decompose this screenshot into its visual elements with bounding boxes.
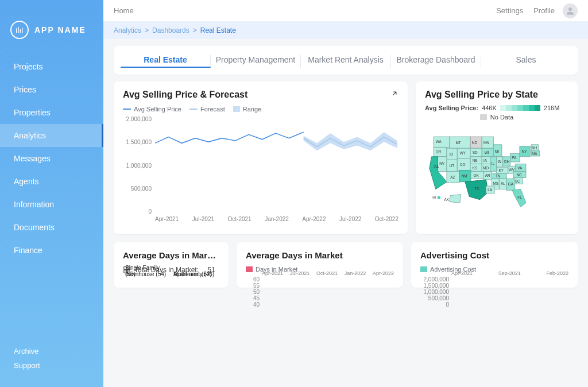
sidebar: APP NAME Projects Prices Properties Anal… [0,0,103,387]
sidebar-footer-archive[interactable]: Archive [14,347,90,355]
breadcrumb-level2[interactable]: Dashboards [152,26,189,34]
svg-text:IA: IA [483,158,488,162]
card-title: Average Days in Marke… [123,250,219,260]
tab-brokerage[interactable]: Brokerage Dashboard [391,55,481,68]
app-logo: APP NAME [0,0,103,55]
svg-text:LA: LA [488,188,493,192]
card-title: Average Days in Market [246,250,394,260]
sidebar-footer-support[interactable]: Support [14,361,90,370]
svg-text:MO: MO [483,166,489,170]
svg-text:OR: OR [436,150,442,154]
svg-text:AL: AL [501,181,505,185]
svg-text:WA: WA [436,140,442,144]
adv-chart: 2,000,0001,500,0001,000,000500,0000 Apr-… [420,276,568,280]
svg-text:TN: TN [496,174,501,178]
svg-text:MN: MN [483,141,489,145]
svg-text:GA: GA [508,182,514,186]
card-title: Avg Selling Price by State [425,90,568,100]
svg-text:KY: KY [499,168,504,172]
svg-text:SC: SC [515,179,520,183]
forecast-chart: 2,000,0001,500,0001,000,000500,0000 Apr-… [123,116,399,226]
svg-text:MT: MT [456,141,461,145]
svg-text:UT: UT [450,164,455,168]
svg-text:VA: VA [518,166,523,170]
sidebar-item-information[interactable]: Information [0,193,103,216]
svg-text:OH: OH [504,160,510,164]
sidebar-item-documents[interactable]: Documents [0,216,103,239]
sidebar-item-finance[interactable]: Finance [0,239,103,262]
svg-text:WY: WY [460,151,466,155]
svg-marker-87 [450,195,461,203]
tab-property-mgmt[interactable]: Property Management [211,55,301,68]
svg-text:NM: NM [462,174,467,178]
tab-real-estate[interactable]: Real Estate [121,55,211,68]
sidebar-item-messages[interactable]: Messages [0,147,103,170]
svg-text:CO: CO [460,162,466,167]
svg-text:PA: PA [512,156,517,160]
breadcrumb-sep: > [145,26,149,34]
card-days: Average Days in Market Days in Market 60… [237,242,403,288]
svg-text:HI: HI [433,195,437,199]
svg-text:FL: FL [518,195,523,199]
svg-text:NC: NC [517,173,523,177]
breadcrumb-sep: > [193,26,197,34]
sidebar-item-projects[interactable]: Projects [0,55,103,78]
svg-text:TX: TX [475,187,480,191]
svg-text:ID: ID [450,152,454,156]
svg-text:NV: NV [439,161,445,165]
sidebar-item-agents[interactable]: Agents [0,170,103,193]
svg-point-85 [438,196,440,199]
card-map: Avg Selling Price by State Avg Selling P… [416,82,578,234]
main: Home Settings Profile Analytics > Dashbo… [103,0,588,387]
breadcrumb-current: Real Estate [200,26,236,34]
card-advertising: Advertising Cost Advertising Cost 2,000,… [411,242,578,288]
expand-icon[interactable] [390,90,399,100]
map-nodata: No Data [425,114,568,121]
topbar-profile[interactable]: Profile [533,6,555,15]
card-title: Avg Selling Price & Forecast [123,90,399,100]
sidebar-item-analytics[interactable]: Analytics [0,124,103,147]
legend-range: Range [233,106,261,113]
svg-text:MI: MI [495,149,499,153]
tab-sales[interactable]: Sales [481,55,571,68]
card-treemap: Average Days in Marke… Total Days in Mar… [114,242,229,288]
topbar-settings[interactable]: Settings [496,6,523,15]
breadcrumb: Analytics > Dashboards > Real Estate [103,22,588,39]
svg-text:ND: ND [472,141,478,145]
legend-avg: Avg Selling Price [123,106,181,113]
sidebar-nav: Projects Prices Properties Analytics Mes… [0,55,103,347]
svg-text:IL: IL [492,161,495,165]
svg-text:CA: CA [434,165,439,169]
svg-text:NY: NY [522,149,528,153]
sidebar-item-prices[interactable]: Prices [0,78,103,101]
svg-point-0 [568,7,572,11]
svg-text:OK: OK [474,173,479,177]
svg-text:KS: KS [473,166,478,170]
topbar-home[interactable]: Home [114,6,134,15]
forecast-legend: Avg Selling Price Forecast Range [123,106,399,113]
svg-marker-1 [304,132,397,150]
svg-text:NE: NE [473,158,478,162]
svg-text:MA: MA [532,152,537,156]
user-icon [565,6,575,16]
topbar: Home Settings Profile [103,0,588,22]
svg-text:WI: WI [485,150,489,154]
svg-text:NH: NH [532,146,537,150]
svg-text:MS: MS [493,181,499,185]
us-map[interactable]: WA MT ND MN OR ID WY SD WI MI NE IA IL I… [425,121,568,226]
map-legend: Avg Selling Price: 446K 216M [425,105,568,111]
svg-text:AZ: AZ [451,175,455,179]
days-chart: 6055504540 Apr-2021Jul-2021Oct-2021Jan-2… [246,276,394,280]
sidebar-item-properties[interactable]: Properties [0,101,103,124]
card-forecast: Avg Selling Price & Forecast Avg Selling… [114,82,408,234]
dashboard-tabs: Real Estate Property Management Market R… [114,46,578,75]
svg-text:AR: AR [485,173,490,177]
card-title: Advertising Cost [420,250,568,260]
svg-text:AK: AK [444,197,450,201]
legend-forecast: Forecast [189,106,225,113]
breadcrumb-level1[interactable]: Analytics [114,26,141,34]
svg-text:IN: IN [498,160,502,164]
avatar[interactable] [563,3,578,18]
tab-market-rent[interactable]: Market Rent Analysis [301,55,391,68]
app-name: APP NAME [34,25,86,34]
